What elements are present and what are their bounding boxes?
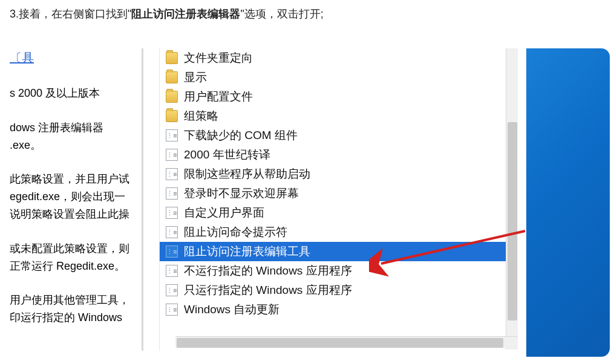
setting-icon: ⋮≡ — [166, 245, 178, 258]
list-item[interactable]: ⋮≡Windows 自动更新 — [160, 300, 506, 319]
instruction-bold: 阻止访问注册表编辑器 — [131, 8, 240, 20]
list-item-label: 自定义用户界面 — [184, 205, 264, 221]
list-item[interactable]: ⋮≡自定义用户界面 — [160, 203, 506, 223]
policy-list: 文件夹重定向显示用户配置文件组策略⋮≡下载缺少的 COM 组件⋮≡2000 年世… — [160, 48, 506, 335]
setting-icon: ⋮≡ — [166, 226, 178, 238]
setting-icon: ⋮≡ — [166, 187, 178, 200]
list-item-label: 只运行指定的 Windows 应用程序 — [184, 282, 352, 298]
partial-link[interactable]: 〔具 — [10, 50, 34, 66]
list-item[interactable]: ⋮≡限制这些程序从帮助启动 — [160, 164, 506, 184]
setting-icon: ⋮≡ — [166, 149, 178, 161]
desc-line-4: 或未配置此策略设置，则 正常运行 Regedit.exe。 — [10, 240, 131, 275]
list-item[interactable]: ⋮≡只运行指定的 Windows 应用程序 — [160, 281, 506, 300]
list-item[interactable]: ⋮≡不运行指定的 Windows 应用程序 — [160, 261, 506, 281]
list-item[interactable]: 组策略 — [160, 106, 506, 126]
setting-icon: ⋮≡ — [166, 168, 178, 180]
desc-line-3: 此策略设置，并且用户试 egedit.exe，则会出现一 说明策略设置会阻止此操 — [10, 171, 131, 223]
list-item[interactable]: ⋮≡阻止访问命令提示符 — [160, 223, 506, 242]
list-item[interactable]: ⋮≡登录时不显示欢迎屏幕 — [160, 184, 506, 203]
instruction-text: 3.接着，在右侧窗口找到"阻止访问注册表编辑器"选项，双击打开; — [0, 0, 614, 22]
desc-line-1: s 2000 及以上版本 — [10, 85, 131, 102]
horizontal-scrollbar-thumb[interactable] — [177, 338, 503, 348]
folder-icon — [166, 110, 178, 122]
setting-icon: ⋮≡ — [166, 304, 178, 316]
list-item-label: 组策略 — [184, 108, 218, 124]
instruction-prefix: 3.接着，在右侧窗口找到" — [10, 8, 131, 20]
list-item[interactable]: 用户配置文件 — [160, 87, 506, 106]
policy-list-panel: 文件夹重定向显示用户配置文件组策略⋮≡下载缺少的 COM 组件⋮≡2000 年世… — [142, 48, 526, 351]
horizontal-scrollbar[interactable] — [175, 336, 518, 348]
list-item-label: 限制这些程序从帮助启动 — [184, 166, 310, 182]
instruction-suffix: "选项，双击打开; — [240, 8, 323, 20]
list-item[interactable]: 文件夹重定向 — [160, 48, 506, 68]
list-item[interactable]: 显示 — [160, 68, 506, 87]
setting-icon: ⋮≡ — [166, 265, 178, 277]
vertical-scrollbar-thumb[interactable] — [508, 122, 517, 320]
list-item-label: 阻止访问注册表编辑工具 — [184, 244, 310, 259]
list-item-label: 登录时不显示欢迎屏幕 — [184, 186, 299, 201]
list-item-label: 文件夹重定向 — [184, 50, 253, 66]
description-panel: s 2000 及以上版本 dows 注册表编辑器 .exe。 此策略设置，并且用… — [10, 85, 131, 343]
folder-icon — [166, 91, 178, 103]
list-item[interactable]: ⋮≡阻止访问注册表编辑工具 — [160, 242, 506, 261]
vertical-scrollbar[interactable] — [506, 48, 518, 349]
list-item-label: 阻止访问命令提示符 — [184, 224, 287, 240]
list-item-label: 2000 年世纪转译 — [184, 147, 270, 163]
list-item-label: 不运行指定的 Windows 应用程序 — [184, 263, 352, 279]
desktop-background — [526, 48, 610, 357]
list-item-label: 用户配置文件 — [184, 89, 253, 105]
setting-icon: ⋮≡ — [166, 284, 178, 296]
desc-line-2: dows 注册表编辑器 .exe。 — [10, 119, 131, 154]
folder-icon — [166, 52, 178, 64]
setting-icon: ⋮≡ — [166, 207, 178, 219]
list-item[interactable]: ⋮≡2000 年世纪转译 — [160, 145, 506, 164]
screenshot-container: 〔具 s 2000 及以上版本 dows 注册表编辑器 .exe。 此策略设置，… — [6, 48, 610, 357]
list-item-label: 显示 — [184, 70, 207, 85]
list-item-label: 下载缺少的 COM 组件 — [184, 128, 298, 143]
list-item[interactable]: ⋮≡下载缺少的 COM 组件 — [160, 126, 506, 145]
list-item-label: Windows 自动更新 — [184, 302, 279, 317]
folder-icon — [166, 71, 178, 83]
desc-line-5: 用户使用其他管理工具， 印运行指定的 Windows — [10, 291, 131, 327]
setting-icon: ⋮≡ — [166, 129, 178, 141]
